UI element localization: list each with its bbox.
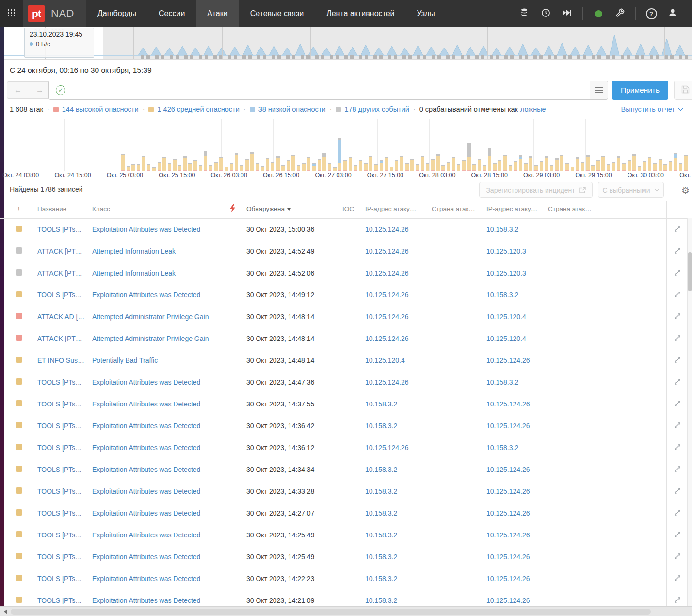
col-severity[interactable]: ! — [18, 205, 20, 212]
with-selected-button[interactable]: С выбранными — [598, 182, 664, 198]
table-row[interactable]: ATTACK [PT…Attempted Information Leak30 … — [0, 262, 666, 284]
col-country-attacker[interactable]: Страна атак… — [432, 205, 475, 212]
attack-class-link[interactable]: Exploitation Attributes was Detected — [92, 378, 200, 386]
scroll-left-arrow-icon[interactable] — [4, 609, 7, 614]
attacked-ip-link[interactable]: 10.125.120.4 — [486, 313, 526, 321]
attacked-ip-link[interactable]: 10.158.3.2 — [486, 291, 518, 299]
attacker-ip-link[interactable]: 10.125.124.26 — [365, 269, 409, 277]
attacked-ip-link[interactable]: 10.125.124.26 — [486, 509, 530, 517]
table-row[interactable]: ATTACK AD […Attempted Administrator Priv… — [0, 306, 666, 327]
apps-grid-button[interactable] — [0, 0, 23, 27]
expand-row-button[interactable] — [674, 443, 681, 453]
medium-severity-link[interactable]: 1 426 средней опасности — [157, 105, 239, 113]
expand-row-button[interactable] — [674, 574, 681, 584]
attack-class-link[interactable]: Exploitation Attributes was Detected — [92, 226, 200, 233]
attacked-ip-link[interactable]: 10.158.3.2 — [486, 226, 518, 233]
attack-name-link[interactable]: ET INFO Sus… — [37, 357, 84, 364]
low-severity-link[interactable]: 38 низкой опасности — [258, 105, 326, 113]
attacker-ip-link[interactable]: 10.125.120.4 — [365, 357, 405, 364]
filter-forward-button[interactable]: → — [29, 81, 51, 99]
storage-button[interactable] — [514, 8, 535, 19]
attacker-ip-link[interactable]: 10.158.3.2 — [365, 531, 397, 539]
attacked-ip-link[interactable]: 10.125.120.3 — [486, 247, 526, 255]
table-settings-gear-icon[interactable]: ⚙ — [681, 185, 690, 195]
horizontal-scrollbar[interactable] — [0, 606, 692, 616]
settings-button[interactable] — [609, 8, 630, 19]
col-country-attacked[interactable]: Страна атак… — [548, 205, 592, 212]
table-row[interactable]: TOOLS [PTs…Exploitation Attributes was D… — [0, 393, 666, 415]
attack-name-link[interactable]: TOOLS [PTs… — [37, 378, 82, 386]
filter-query-input[interactable]: ✓ — [48, 81, 590, 100]
attack-name-link[interactable]: TOOLS [PTs… — [37, 466, 82, 473]
table-row[interactable]: TOOLS [PTs…Exploitation Attributes was D… — [0, 371, 666, 393]
table-row[interactable]: TOOLS [PTs…Exploitation Attributes was D… — [0, 458, 666, 480]
attack-class-link[interactable]: Exploitation Attributes was Detected — [92, 400, 200, 408]
false-positives-link[interactable]: ложные — [520, 105, 546, 113]
attack-class-link[interactable]: Exploitation Attributes was Detected — [92, 597, 200, 604]
attacked-ip-link[interactable]: 10.125.124.26 — [486, 531, 530, 539]
brand-block[interactable]: pt NAD — [23, 0, 86, 27]
attacker-ip-link[interactable]: 10.158.3.2 — [365, 509, 397, 517]
attack-histogram[interactable] — [0, 119, 692, 171]
attack-class-link[interactable]: Exploitation Attributes was Detected — [92, 422, 200, 430]
attacked-ip-link[interactable]: 10.125.124.26 — [486, 357, 530, 364]
high-severity-link[interactable]: 144 высокой опасности — [62, 105, 139, 113]
bolt-icon[interactable] — [230, 204, 235, 214]
attacked-ip-link[interactable]: 10.125.124.26 — [486, 422, 530, 430]
table-row[interactable]: ET INFO Sus…Potentially Bad Traffic30 Ок… — [0, 349, 666, 371]
attack-class-link[interactable]: Attempted Administrator Privilege Gain — [92, 335, 209, 342]
col-class[interactable]: Класс — [92, 205, 110, 212]
attack-class-link[interactable]: Exploitation Attributes was Detected — [92, 553, 200, 561]
attacked-ip-link[interactable]: 10.125.124.26 — [486, 597, 530, 604]
horizontal-scrollbar-thumb[interactable] — [11, 609, 651, 615]
attacker-ip-link[interactable]: 10.125.124.26 — [365, 313, 409, 321]
attacker-ip-link[interactable]: 10.125.124.26 — [365, 444, 409, 452]
table-row[interactable]: ATTACK [PT…Attempted Administrator Privi… — [0, 327, 666, 349]
attacked-ip-link[interactable]: 10.158.3.2 — [486, 444, 518, 452]
tab-sessions[interactable]: Сессии — [147, 0, 196, 27]
expand-row-button[interactable] — [674, 421, 681, 431]
attack-class-link[interactable]: Potentially Bad Traffic — [92, 357, 158, 364]
attack-class-link[interactable]: Attempted Information Leak — [92, 269, 176, 277]
attack-class-link[interactable]: Attempted Information Leak — [92, 247, 176, 255]
attack-class-link[interactable]: Attempted Administrator Privilege Gain — [92, 313, 209, 321]
expand-row-button[interactable] — [674, 356, 681, 366]
tab-nodes[interactable]: Узлы — [406, 0, 446, 27]
attacked-ip-link[interactable]: 10.125.124.26 — [486, 553, 530, 561]
table-row[interactable]: TOOLS [PTs…Exploitation Attributes was D… — [0, 567, 666, 589]
attack-name-link[interactable]: TOOLS [PTs… — [37, 444, 82, 452]
expand-row-button[interactable] — [674, 225, 681, 235]
attacked-ip-link[interactable]: 10.158.3.2 — [486, 378, 518, 386]
attacked-ip-link[interactable]: 10.125.124.26 — [486, 400, 530, 408]
col-name[interactable]: Название — [37, 205, 66, 212]
attack-name-link[interactable]: TOOLS [PTs… — [37, 597, 82, 604]
attacker-ip-link[interactable]: 10.158.3.2 — [365, 575, 397, 583]
attack-class-link[interactable]: Exploitation Attributes was Detected — [92, 291, 200, 299]
attacker-ip-link[interactable]: 10.125.124.26 — [365, 226, 409, 233]
expand-row-button[interactable] — [674, 531, 681, 540]
attacker-ip-link[interactable]: 10.125.124.26 — [365, 378, 409, 386]
live-button[interactable] — [556, 9, 578, 18]
table-row[interactable]: TOOLS [PTs…Exploitation Attributes was D… — [0, 218, 666, 240]
attack-name-link[interactable]: ATTACK AD [… — [37, 313, 85, 321]
expand-row-button[interactable] — [674, 312, 681, 322]
attack-class-link[interactable]: Exploitation Attributes was Detected — [92, 466, 200, 473]
expand-row-button[interactable] — [674, 509, 681, 519]
attack-name-link[interactable]: TOOLS [PTs… — [37, 487, 82, 495]
table-row[interactable]: TOOLS [PTs…Exploitation Attributes was D… — [0, 524, 666, 546]
attack-name-link[interactable]: TOOLS [PTs… — [37, 553, 82, 561]
system-status-button[interactable] — [588, 10, 609, 17]
traffic-timeline[interactable]: 24.10.2023 23.10.2023 19:45 0 Б/с — [4, 27, 692, 60]
attack-name-link[interactable]: TOOLS [PTs… — [37, 531, 82, 539]
attacker-ip-link[interactable]: 10.125.124.26 — [365, 335, 409, 342]
filter-menu-button[interactable] — [590, 81, 608, 100]
filter-back-button[interactable]: ← — [7, 81, 29, 99]
attack-name-link[interactable]: TOOLS [PTs… — [37, 509, 82, 517]
attack-class-link[interactable]: Exploitation Attributes was Detected — [92, 487, 200, 495]
attack-class-link[interactable]: Exploitation Attributes was Detected — [92, 444, 200, 452]
attack-class-link[interactable]: Exploitation Attributes was Detected — [92, 575, 200, 583]
attack-name-link[interactable]: TOOLS [PTs… — [37, 422, 82, 430]
save-filter-button[interactable] — [674, 81, 692, 100]
table-row[interactable]: TOOLS [PTs…Exploitation Attributes was D… — [0, 589, 666, 606]
expand-row-button[interactable] — [674, 291, 681, 300]
